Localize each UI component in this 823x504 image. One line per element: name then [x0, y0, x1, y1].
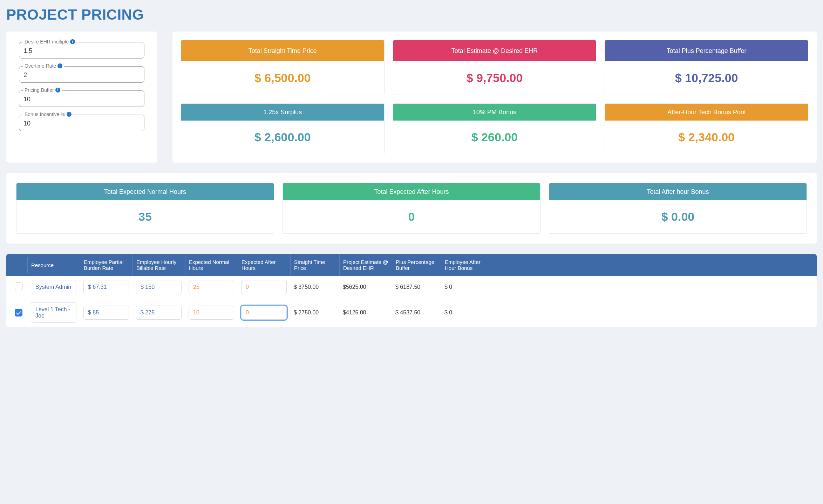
cell-estimate: $5625.00 [343, 284, 366, 290]
cell-burden[interactable]: $ 85 [83, 306, 129, 320]
row-checkbox[interactable] [15, 309, 22, 316]
th-straight[interactable]: Straight Time Price [290, 254, 339, 276]
th-normal[interactable]: Expected Normal Hours [185, 254, 238, 276]
cell-after-input[interactable]: 0 [241, 280, 287, 294]
overtime-rate-input[interactable] [19, 66, 144, 83]
table-row: System Admin$ 67.31$ 150250$ 3750.00$562… [6, 276, 817, 298]
th-bonus[interactable]: Employee After Hour Bonus [441, 254, 487, 276]
stat-label: 10% PM Bonus [393, 104, 596, 121]
row-checkbox[interactable] [15, 282, 22, 290]
cell-burden[interactable]: $ 67.31 [83, 280, 129, 294]
cell-normal-input[interactable]: 25 [189, 280, 234, 294]
stat-plus-buffer: Total Plus Percentage Buffer $ 10,725.00 [605, 40, 808, 95]
cell-straight: $ 2750.00 [294, 309, 319, 315]
table-row: Level 1 Tech - Joe$ 85$ 275100$ 2750.00$… [6, 298, 817, 327]
cell-estimate: $4125.00 [343, 309, 366, 315]
stat-label: 1.25x Surplus [181, 104, 384, 121]
stat-value: $ 2,340.00 [605, 121, 808, 154]
cell-straight: $ 3750.00 [294, 284, 319, 290]
stat-value: $ 2,600.00 [181, 121, 384, 154]
cell-resource[interactable]: Level 1 Tech - Joe [31, 302, 76, 323]
stat-label: Total Expected After Hours [283, 183, 540, 200]
stat-label: Total After hour Bonus [549, 183, 807, 200]
th-buffer[interactable]: Plus Percentage Buffer [392, 254, 441, 276]
field-ehr-multiple: Desire EHR multiple i [19, 42, 144, 59]
info-icon[interactable]: i [70, 39, 75, 44]
page-title: PROJECT PRICING [6, 6, 817, 23]
stat-value: 0 [283, 200, 540, 233]
bonus-incentive-input[interactable] [19, 115, 144, 131]
info-icon[interactable]: i [57, 63, 62, 68]
stat-tech-bonus: After-Hour Tech Bonus Pool $ 2,340.00 [605, 103, 808, 154]
pricing-table: Resource Employee Partial Burden Rate Em… [6, 254, 817, 327]
stat-value: 35 [16, 200, 274, 233]
cell-bonus: $ 0 [444, 284, 452, 290]
stat-value: $ 6,500.00 [181, 61, 384, 95]
pricing-buffer-input[interactable] [19, 90, 144, 107]
info-icon[interactable]: i [55, 88, 60, 93]
stat-value: $ 9,750.00 [393, 61, 596, 95]
cell-billable[interactable]: $ 150 [136, 280, 182, 294]
cell-resource[interactable]: System Admin [31, 280, 76, 294]
stat-pm-bonus: 10% PM Bonus $ 260.00 [393, 103, 597, 154]
cell-after-input[interactable]: 0 [241, 306, 287, 320]
field-overtime-rate: Overtime Rate i [19, 66, 144, 83]
cell-bonus: $ 0 [444, 309, 452, 315]
cell-buffer: $ 6187.50 [395, 284, 420, 290]
table-header: Resource Employee Partial Burden Rate Em… [6, 254, 817, 276]
stat-straight-time: Total Straight Time Price $ 6,500.00 [181, 40, 385, 95]
cell-normal-input[interactable]: 10 [189, 306, 234, 320]
summary-after-hours: Total Expected After Hours 0 [283, 183, 540, 234]
th-estimate[interactable]: Project Estimate @ Desired EHR [339, 254, 392, 276]
stat-label: Total Estimate @ Desired EHR [393, 40, 596, 61]
ehr-multiple-input[interactable] [19, 42, 144, 59]
stat-label: Total Straight Time Price [181, 40, 384, 61]
stat-value: $ 260.00 [393, 121, 596, 154]
field-bonus-incentive: Bonus Incentive % i [19, 115, 144, 131]
field-label: Overtime Rate i [23, 63, 64, 69]
stat-estimate-ehr: Total Estimate @ Desired EHR $ 9,750.00 [393, 40, 597, 95]
stat-label: After-Hour Tech Bonus Pool [605, 104, 808, 121]
field-label: Pricing Buffer i [23, 87, 62, 93]
cell-buffer: $ 4537.50 [395, 309, 420, 315]
field-pricing-buffer: Pricing Buffer i [19, 90, 144, 107]
field-label: Bonus Incentive % i [23, 111, 73, 117]
th-burden[interactable]: Employee Partial Burden Rate [80, 254, 132, 276]
summary-normal-hours: Total Expected Normal Hours 35 [16, 183, 274, 234]
th-after[interactable]: Expected After Hours [238, 254, 290, 276]
th-checkbox [6, 260, 27, 270]
cell-billable[interactable]: $ 275 [136, 306, 182, 320]
inputs-card: Desire EHR multiple i Overtime Rate i Pr… [6, 32, 157, 163]
summary-after-bonus: Total After hour Bonus $ 0.00 [549, 183, 807, 234]
stat-label: Total Plus Percentage Buffer [605, 40, 808, 61]
field-label: Desire EHR multiple i [23, 39, 76, 45]
stats-card: Total Straight Time Price $ 6,500.00 Tot… [172, 32, 817, 163]
stat-value: $ 10,725.00 [605, 61, 808, 95]
summary-card: Total Expected Normal Hours 35 Total Exp… [6, 173, 817, 244]
stat-surplus: 1.25x Surplus $ 2,600.00 [181, 103, 385, 154]
th-resource[interactable]: Resource [27, 257, 80, 273]
info-icon[interactable]: i [67, 112, 72, 117]
th-billable[interactable]: Employee Hourly Billable Rate [132, 254, 185, 276]
stat-label: Total Expected Normal Hours [16, 183, 274, 200]
stat-value: $ 0.00 [549, 200, 807, 233]
